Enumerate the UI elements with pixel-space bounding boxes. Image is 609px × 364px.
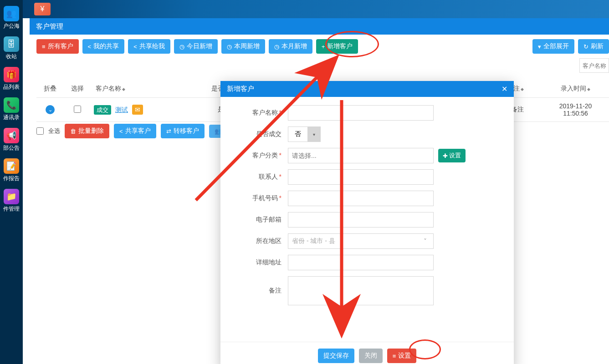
btn-all-customers[interactable]: ≡所有客户 [36, 39, 79, 54]
field-category: 客户分类*✚设置 [233, 148, 501, 163]
label: 备注 [269, 287, 281, 294]
col-fold[interactable]: 折叠 [36, 80, 64, 98]
btn-today-new[interactable]: ◷今日新增 [174, 39, 218, 54]
customer-link[interactable]: 测试 [115, 106, 128, 113]
btn-shared-to-me[interactable]: <共享给我 [128, 39, 170, 54]
btn-bulk-delete[interactable]: 🗑批量删除 [65, 124, 109, 138]
list-icon: ≡ [393, 353, 396, 359]
category-set-button[interactable]: ✚设置 [438, 149, 466, 162]
label: 手机号码 [252, 194, 278, 202]
col-select[interactable]: 选择 [64, 80, 91, 98]
btn-share-customer[interactable]: <共享客户 [114, 124, 156, 138]
sidebar-item-0[interactable]: 👥户公海 [0, 2, 23, 33]
megaphone-icon: 📢 [4, 128, 19, 143]
label: 详细地址 [256, 258, 281, 266]
sidebar: 👥户公海 🗄收站 🎁品列表 📞通讯录 📢部公告 📝作报告 📁件管理 [0, 0, 23, 364]
sidebar-label: 户公海 [3, 23, 20, 29]
sidebar-item-5[interactable]: 📝作报告 [0, 155, 23, 185]
select-all-checkbox[interactable] [36, 127, 44, 135]
sidebar-item-6[interactable]: 📁件管理 [0, 185, 23, 216]
label: 客户分类 [252, 152, 278, 159]
deal-badge: 成交 [94, 105, 111, 115]
modal-title: 新增客户 [227, 85, 254, 93]
deal-value: 否 [288, 130, 307, 138]
btn-transfer-customer[interactable]: ⇄转移客户 [161, 124, 205, 138]
list-icon: ≡ [42, 43, 46, 50]
clock-icon: ◷ [227, 43, 232, 50]
sidebar-item-3[interactable]: 📞通讯录 [0, 94, 23, 124]
label: 客户名称 [252, 109, 278, 116]
deal-select[interactable]: 否▾ [288, 126, 321, 142]
label: 是否成交 [256, 130, 281, 137]
archive-icon: 🗄 [4, 36, 19, 52]
close-icon[interactable]: ✕ [502, 85, 507, 93]
address-input[interactable] [288, 255, 434, 270]
field-email: 电子邮箱 [233, 212, 501, 228]
btn-expand-all[interactable]: ▾全部展开 [532, 39, 574, 54]
plus-icon: ✚ [443, 152, 448, 159]
label: 联系人 [259, 173, 278, 180]
btn-refresh[interactable]: ↻刷新 [578, 39, 609, 54]
search-input[interactable] [579, 58, 609, 73]
expand-row-icon[interactable]: ⌄ [46, 105, 55, 114]
remark-input[interactable] [288, 276, 434, 305]
chevron-down-icon: ▾ [538, 43, 541, 50]
region-placeholder: 省份 - 城市 - 县 [292, 237, 335, 245]
btn-label: 全部展开 [543, 42, 569, 51]
phone-input[interactable] [288, 191, 434, 206]
btn-label: 刷新 [591, 42, 604, 51]
btn-settings[interactable]: ≡设置 [387, 349, 417, 363]
gift-icon: 🎁 [4, 67, 19, 82]
contact-input[interactable] [288, 169, 434, 185]
phone-icon: 📞 [4, 97, 19, 113]
sidebar-item-2[interactable]: 🎁品列表 [0, 63, 23, 94]
region-select[interactable]: 省份 - 城市 - 县 [288, 233, 434, 249]
col-name[interactable]: 客户名称 [91, 80, 200, 98]
finance-chip[interactable]: ¥ [34, 3, 51, 15]
folder-icon: 📁 [4, 189, 19, 204]
btn-add-customer[interactable]: +新增客户 [316, 39, 358, 54]
btn-month-new[interactable]: ◷本月新增 [269, 39, 312, 54]
modal-body: 客户名称* 是否成交 否▾ 客户分类*✚设置 联系人* 手机号码* 电子邮箱 所… [220, 97, 514, 342]
btn-my-share[interactable]: <我的共享 [82, 39, 125, 54]
field-region: 所在地区省份 - 城市 - 县 [233, 233, 501, 249]
btn-label: 我的共享 [93, 42, 119, 51]
sidebar-label: 品列表 [3, 84, 20, 90]
sidebar-item-4[interactable]: 📢部公告 [0, 124, 23, 155]
plus-icon: + [322, 43, 325, 50]
btn-label: 设置 [449, 152, 461, 160]
btn-label: 转移客户 [174, 127, 199, 135]
btn-week-new[interactable]: ◷本周新增 [221, 39, 265, 54]
col-time[interactable]: 录入时间 [542, 80, 609, 98]
category-input[interactable] [288, 148, 434, 163]
edit-icon: 📝 [4, 158, 19, 174]
sidebar-label: 部公告 [3, 145, 20, 151]
btn-label: 本月新增 [281, 42, 307, 51]
btn-label: 本周新增 [234, 42, 260, 51]
refresh-icon: ↻ [583, 43, 589, 50]
sidebar-item-1[interactable]: 🗄收站 [0, 33, 23, 63]
modal-header: 新增客户 ✕ [220, 81, 514, 97]
share-icon: < [119, 128, 123, 135]
email-input[interactable] [288, 212, 434, 228]
btn-label: 设置 [398, 352, 411, 360]
field-name: 客户名称* [233, 105, 501, 121]
right-toolbar: ▾全部展开 ↻刷新 [532, 39, 609, 54]
btn-label: 批量删除 [78, 127, 104, 135]
row-checkbox[interactable] [74, 106, 81, 113]
field-address: 详细地址 [233, 255, 501, 270]
share-icon: < [133, 43, 137, 50]
top-strip [23, 0, 609, 18]
btn-label: 今日新增 [187, 42, 212, 51]
cell-time: 2019-11-2011:50:56 [542, 98, 609, 122]
btn-submit[interactable]: 提交保存 [318, 349, 354, 363]
customer-name-input[interactable] [288, 105, 434, 121]
sidebar-label: 作报告 [3, 175, 20, 182]
add-customer-modal: 新增客户 ✕ 客户名称* 是否成交 否▾ 客户分类*✚设置 联系人* 手机号码*… [220, 81, 514, 364]
btn-close[interactable]: 关闭 [359, 349, 383, 363]
field-deal: 是否成交 否▾ [233, 126, 501, 142]
page-title: 客户管理 [30, 18, 609, 35]
select-all-label: 全选 [48, 127, 60, 135]
label: 电子邮箱 [256, 216, 281, 223]
mail-icon[interactable]: ✉ [132, 105, 143, 115]
